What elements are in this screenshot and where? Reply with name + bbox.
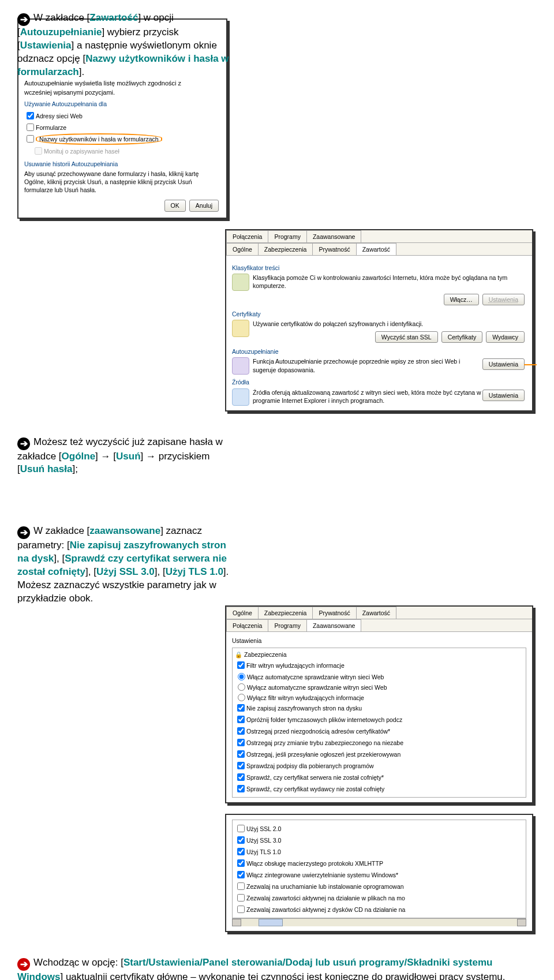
tree-item[interactable]: Wyłącz automatyczne sprawdzanie witryn s… [235, 682, 523, 691]
tree-item[interactable]: Użyj SSL 2.0 [235, 823, 523, 834]
instruction-4: ➔Wchodząc w opcję: [Start/Ustawienia/Pan… [17, 956, 537, 980]
checkbox-web-addresses[interactable]: Adresy sieci Web [24, 110, 220, 121]
instruction-1: ➔W zakładce [Zawartość] w opcji [Autouzu… [17, 12, 231, 79]
tree-item[interactable]: Sprawdzaj podpisy dla pobieranych progra… [235, 760, 523, 771]
tab-advanced[interactable]: Zaawansowane [306, 619, 362, 631]
autocomplete-icon [232, 357, 249, 375]
tree-item[interactable]: Ostrzegaj, jeśli przesyłanie ogłoszeń je… [235, 749, 523, 760]
settings-button[interactable]: Ustawienia [482, 294, 525, 305]
scroll-right-icon[interactable] [517, 919, 526, 926]
group-title: Certyfikaty [232, 310, 526, 318]
feeds-settings-button[interactable]: Ustawienia [482, 390, 525, 401]
tree-item[interactable]: Użyj SSL 3.0 [235, 835, 523, 846]
checkbox-prompt-save: Monituj o zapisywanie haseł [24, 145, 220, 156]
tabs-row-1: Ogólne Zabezpieczenia Prywatność Zawarto… [226, 607, 532, 619]
dialog-text: Aby usunąć przechowywane dane formularzy… [24, 170, 220, 194]
group-title: Źródła [232, 378, 526, 386]
tabs-row-1: Połączenia Programy Zaawansowane [226, 230, 532, 243]
tree-item[interactable]: Ostrzegaj przed niezgodnością adresów ce… [235, 725, 523, 736]
enable-button[interactable]: Włącz… [444, 294, 479, 305]
tab-security[interactable]: Zabezpieczenia [258, 607, 313, 619]
tree-item[interactable]: Wyłącz filtr witryn wyłudzających inform… [235, 692, 523, 702]
content-advisor-icon [232, 274, 249, 291]
tree-item[interactable]: Zezwalaj zawartości aktywnej z dysków CD… [235, 904, 523, 915]
group-title: Autouzupełnianie [232, 347, 526, 356]
tab-advanced[interactable]: Zaawansowane [306, 230, 362, 242]
tree-item[interactable]: Użyj TLS 1.0 [235, 846, 523, 857]
bullet-icon: ➔ [17, 526, 30, 539]
group-desc: Funkcja Autouzupełnianie przechowuje pop… [253, 357, 482, 373]
tree-category: Zabezpieczenia [244, 651, 287, 658]
ok-button[interactable]: OK [164, 200, 186, 211]
group-desc: Klasyfikacja pomoże Ci w kontrolowaniu z… [253, 274, 526, 290]
cancel-button[interactable]: Anuluj [189, 200, 219, 211]
horizontal-scrollbar[interactable] [232, 918, 526, 926]
tree-item[interactable]: Filtr witryn wyłudzających informacje [235, 660, 523, 671]
tab-content[interactable]: Zawartość [356, 243, 396, 255]
scroll-thumb[interactable] [259, 919, 283, 926]
dialog-text: wcześniej wpisanymi pozycjami. [24, 88, 220, 97]
dialog-advanced: Ogólne Zabezpieczenia Prywatność Zawarto… [225, 605, 533, 803]
tab-privacy[interactable]: Prywatność [312, 607, 356, 619]
instruction-2: ➔Możesz też wyczyścić już zapisane hasła… [17, 436, 231, 477]
group-desc: Używanie certyfikatów do połączeń szyfro… [253, 320, 526, 328]
bullet-icon: ➔ [17, 437, 30, 450]
group-desc: Źródła oferują aktualizowaną zawartość z… [253, 388, 482, 405]
tab-security[interactable]: Zabezpieczenia [258, 243, 313, 255]
tab-general[interactable]: Ogólne [226, 607, 259, 619]
tab-connections[interactable]: Połączenia [226, 619, 268, 631]
bullet-icon: ➔ [17, 13, 30, 26]
dialog-internet-options: Połączenia Programy Zaawansowane Ogólne … [225, 229, 533, 412]
tab-general[interactable]: Ogólne [226, 243, 259, 255]
tabs-row-2: Ogólne Zabezpieczenia Prywatność Zawarto… [226, 243, 532, 256]
publishers-button[interactable]: Wydawcy [486, 331, 525, 343]
certificates-button[interactable]: Certyfikaty [441, 331, 483, 343]
tree-item[interactable]: Zezwalaj na uruchamianie lub instalowani… [235, 881, 523, 892]
tree-item[interactable]: Sprawdź, czy certyfikat serwera nie zost… [235, 772, 523, 783]
tab-programs[interactable]: Programy [268, 619, 307, 631]
feeds-icon [232, 388, 249, 406]
bullet-icon: ➔ [17, 958, 30, 971]
certificate-icon [232, 320, 249, 337]
tree-item[interactable]: Włącz zintegrowane uwierzytelnianie syst… [235, 869, 523, 880]
scroll-left-icon[interactable] [232, 919, 241, 926]
tree-item[interactable]: Zezwalaj zawartości aktywnej na działani… [235, 892, 523, 903]
group-title: Usuwanie historii Autouzupełniania [24, 160, 220, 168]
tree-item[interactable]: Włącz automatyczne sprawdzanie witryn si… [235, 671, 523, 681]
tree-item[interactable]: Opróżnij folder tymczasowych plików inte… [235, 714, 523, 725]
tab-content[interactable]: Zawartość [356, 607, 396, 619]
checkbox-credentials[interactable]: Nazwy użytkowników i hasła w formularzac… [24, 133, 220, 145]
tree-item[interactable]: Włącz obsługę macierzystego protokołu XM… [235, 858, 523, 869]
tab-connections[interactable]: Połączenia [226, 230, 268, 242]
tab-privacy[interactable]: Prywatność [312, 243, 356, 255]
checkbox-forms[interactable]: Formularze [24, 122, 220, 133]
group-title: Ustawienia [232, 637, 526, 645]
group-title: Używanie Autouzupełnania dla [24, 100, 220, 108]
tabs-row-2: Połączenia Programy Zaawansowane [226, 619, 532, 632]
clear-ssl-button[interactable]: Wyczyść stan SSL [375, 331, 438, 343]
tree-item[interactable]: Nie zapisuj zaszyfrowanych stron na dysk… [235, 702, 523, 713]
tab-programs[interactable]: Programy [268, 230, 307, 242]
group-title: Klasyfikator treści [232, 264, 526, 272]
dialog-advanced-scroll: Użyj SSL 2.0 Użyj SSL 3.0 Użyj TLS 1.0 W… [225, 814, 533, 932]
tree-item[interactable]: Ostrzegaj przy zmianie trybu zabezpieczo… [235, 737, 523, 748]
instruction-3: ➔W zakładce [zaawansowane] zaznacz param… [17, 525, 231, 605]
tree-item[interactable]: Sprawdź, czy certyfikat wydawcy nie zost… [235, 783, 523, 794]
autocomplete-settings-button[interactable]: Ustawienia [482, 358, 525, 370]
